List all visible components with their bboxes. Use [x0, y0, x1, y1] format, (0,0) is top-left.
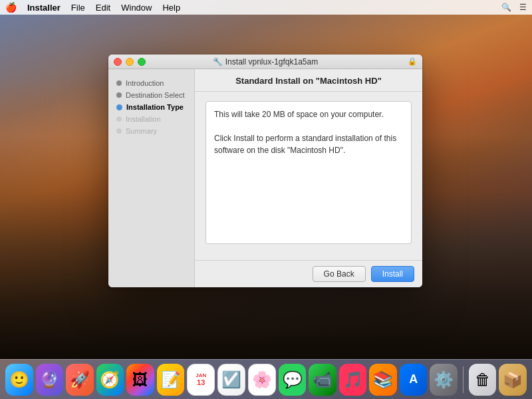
- dock-item-appstore[interactable]: A: [400, 364, 428, 396]
- search-icon[interactable]: 🔍: [501, 3, 511, 12]
- dock-item-siri[interactable]: 🔮: [36, 364, 64, 396]
- dock: 🙂 🔮 🚀 🧭 🖼 📝 JAN 13 ☑️ 🌸 💬 📹 🎵 📚 A ⚙️: [0, 359, 532, 399]
- menubar: 🍎 Installer File Edit Window Help 🔍 ☰: [0, 0, 532, 15]
- step-dot-installation: [116, 116, 122, 122]
- installer-sidebar: Introduction Destination Select Installa…: [108, 69, 195, 287]
- settings-icon: ⚙️: [434, 370, 454, 389]
- step-label-introduction: Introduction: [126, 79, 164, 87]
- photos-widget-icon: 🖼: [132, 370, 148, 389]
- launchpad-icon: 🚀: [70, 370, 90, 389]
- window-title-icon: 🔧: [213, 57, 223, 66]
- installer-main: Standard Install on "Macintosh HD" This …: [195, 69, 422, 287]
- notes-icon: 📝: [161, 370, 181, 389]
- dock-item-box[interactable]: 📦: [499, 364, 527, 396]
- apple-menu[interactable]: 🍎: [5, 2, 17, 13]
- window-body: Introduction Destination Select Installa…: [108, 69, 422, 287]
- books-icon: 📚: [373, 370, 393, 389]
- menu-help[interactable]: Help: [162, 3, 180, 13]
- install-button[interactable]: Install: [371, 266, 414, 282]
- app-name[interactable]: Installer: [27, 3, 61, 13]
- maximize-button[interactable]: [138, 58, 146, 66]
- minimize-button[interactable]: [126, 58, 134, 66]
- dock-item-messages[interactable]: 💬: [279, 364, 307, 396]
- close-button[interactable]: [114, 58, 122, 66]
- dock-item-finder[interactable]: 🙂: [5, 364, 33, 396]
- installer-footer: Go Back Install: [195, 260, 422, 287]
- menu-edit[interactable]: Edit: [96, 3, 110, 13]
- music-icon: 🎵: [343, 370, 363, 389]
- step-label-destination: Destination Select: [126, 91, 185, 99]
- step-dot-installation-type: [116, 104, 122, 110]
- menu-window[interactable]: Window: [121, 3, 152, 13]
- finder-icon: 🙂: [9, 370, 29, 389]
- box-icon: 📦: [503, 370, 523, 389]
- siri-icon: 🔮: [39, 370, 59, 389]
- dock-item-facetime[interactable]: 📹: [309, 364, 336, 396]
- menu-file[interactable]: File: [71, 3, 85, 13]
- facetime-icon: 📹: [313, 370, 332, 389]
- content-box: This will take 20 MB of space on your co…: [205, 101, 412, 244]
- step-label-installation: Installation: [126, 115, 161, 123]
- step-label-installation-type: Installation Type: [126, 103, 184, 111]
- messages-icon: 💬: [283, 370, 303, 389]
- go-back-button[interactable]: Go Back: [313, 266, 366, 282]
- step-dot-summary: [116, 128, 122, 134]
- step-label-summary: Summary: [126, 127, 157, 135]
- lock-icon: 🔒: [408, 57, 417, 66]
- dock-item-calendar[interactable]: JAN 13: [187, 364, 215, 396]
- dock-item-photos-widget[interactable]: 🖼: [126, 364, 154, 396]
- sidebar-step-summary: Summary: [108, 125, 194, 137]
- content-line2: Click Install to perform a standard inst…: [214, 132, 403, 156]
- dock-item-trash[interactable]: 🗑: [469, 364, 497, 396]
- window-title: 🔧 Install vpnlux-1gfqk1a5am: [213, 57, 318, 66]
- window-title-text: Install vpnlux-1gfqk1a5am: [225, 57, 318, 66]
- sidebar-step-installation-type: Installation Type: [108, 101, 194, 113]
- sidebar-step-destination: Destination Select: [108, 89, 194, 101]
- sidebar-step-installation: Installation: [108, 113, 194, 125]
- dock-item-launchpad[interactable]: 🚀: [66, 364, 94, 396]
- sidebar-step-introduction: Introduction: [108, 77, 194, 89]
- safari-icon: 🧭: [100, 370, 120, 389]
- menu-icon[interactable]: ☰: [519, 3, 527, 12]
- dock-divider: [463, 366, 464, 393]
- step-dot-introduction: [116, 80, 122, 86]
- installer-content-area: This will take 20 MB of space on your co…: [195, 92, 422, 260]
- reminders-icon: ☑️: [221, 370, 241, 389]
- menubar-left: 🍎 Installer File Edit Window Help: [5, 2, 180, 13]
- installer-window: 🔧 Install vpnlux-1gfqk1a5am 🔒 Introducti…: [108, 55, 422, 287]
- photos-icon: 🌸: [252, 370, 272, 389]
- window-titlebar: 🔧 Install vpnlux-1gfqk1a5am 🔒: [108, 55, 422, 69]
- trash-icon: 🗑: [475, 370, 491, 389]
- dock-item-notes[interactable]: 📝: [157, 364, 185, 396]
- dock-item-books[interactable]: 📚: [369, 364, 397, 396]
- dock-item-settings[interactable]: ⚙️: [430, 364, 458, 396]
- window-controls: [114, 58, 146, 66]
- content-line1: This will take 20 MB of space on your co…: [214, 108, 403, 120]
- dock-item-photos[interactable]: 🌸: [248, 364, 276, 396]
- calendar-day: 13: [197, 378, 205, 386]
- calendar-month: JAN: [196, 372, 206, 378]
- dock-item-reminders[interactable]: ☑️: [217, 364, 245, 396]
- installer-content-header: Standard Install on "Macintosh HD": [195, 69, 422, 92]
- dock-item-safari[interactable]: 🧭: [96, 364, 124, 396]
- dock-item-music[interactable]: 🎵: [339, 364, 367, 396]
- menubar-right: 🔍 ☰: [501, 3, 527, 12]
- step-dot-destination: [116, 92, 122, 98]
- installer-header-text: Standard Install on "Macintosh HD": [235, 76, 382, 86]
- appstore-icon: A: [409, 372, 418, 386]
